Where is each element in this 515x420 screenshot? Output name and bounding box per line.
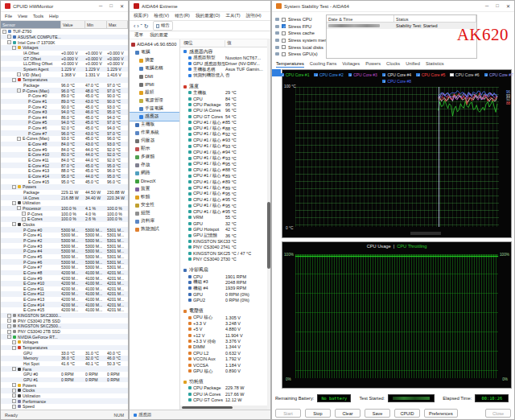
tree-expander-icon[interactable]: − [12,399,16,403]
sensor-row[interactable]: P-Core #394.0 °C46.0 °C95.0 °C [1,109,128,115]
sensor-row[interactable]: P-Core #75300 M...5300 M...5301 M... [1,265,128,270]
sensor-row[interactable]: CPU #1 / 核心 #288 °C [180,126,267,131]
sensor-row[interactable]: −Intel Core i7 13700K [1,39,128,45]
sidebar-item[interactable]: 存放 [130,161,179,169]
tree-expander-icon[interactable]: − [22,217,26,221]
sensor-row[interactable]: GPU 記憶體36 °C [180,233,267,238]
legend-checkbox-icon[interactable] [416,73,420,77]
tree-expander-icon[interactable]: − [12,222,16,226]
sensor-row[interactable]: 機箱 #32048 RPM [180,279,267,285]
sensor-row[interactable]: −Voltages [1,340,128,345]
sensor-row[interactable]: E-Core #1388.0 °C45.0 °C96.0 °C [1,168,128,174]
tree-expander-icon[interactable]: − [7,35,11,39]
sensor-row[interactable]: +3.3 V3.248 V [180,320,267,326]
tree-expander-icon[interactable]: − [17,206,21,210]
sidebar-item[interactable]: 組態 [130,209,179,217]
legend-checkbox-icon[interactable] [382,73,386,77]
sensor-row[interactable]: −Processor100.0 %4.1 %100.0 % [1,206,128,212]
menu-item-tools[interactable]: Tools [33,14,43,19]
sensor-row[interactable]: GPU20 RPM (0%) [180,297,267,303]
sensor-row[interactable]: E-Core #1184.0 °C44.0 °C92.0 °C [1,158,128,163]
sensor-row[interactable]: E-Core #1495.0 °C44.0 °C95.0 °C [1,174,128,179]
sensor-row[interactable]: CPU L20.632 V [180,350,267,356]
sensor-row[interactable]: CPU GT Cores54 °C [180,113,267,119]
tree-expander-icon[interactable]: − [12,393,16,397]
sensor-row[interactable]: E-Core #84200 M...4100 M...4201 M... [1,270,128,276]
sensor-row[interactable]: P-Core #796.0 °C43.0 °C97.0 °C [1,130,128,136]
clear-button[interactable]: Clear [335,409,360,418]
legend-item[interactable]: CPU Core #6 [450,72,479,77]
sensor-row[interactable]: P-Core #290.0 °C45.0 °C93.0 °C [1,104,128,109]
sensor-row[interactable]: IA Offset+0.000 V+0.000 V+0.000 V [1,51,128,56]
sensor-row[interactable]: −Temperatures [1,77,128,83]
sensor-row[interactable]: KINGSTON SKC2500M82000G33 °C [180,238,267,244]
sensor-row[interactable]: E-Core #144200 M...4100 M...4201 M... [1,302,128,307]
tree-expander-icon[interactable]: − [7,319,11,323]
sensor-row[interactable]: 機箱 #41939 RPM [180,286,267,291]
tree-expander-icon[interactable]: − [17,72,21,76]
menu-item-file[interactable]: File [5,14,12,19]
close-icon[interactable]: ✕ [506,3,510,9]
report-button[interactable]: 報告 [153,21,173,31]
sensor-row[interactable]: −VID (Max)1.368 V1.331 V1.416 V [1,72,128,77]
legend-item[interactable]: CPU Core #4 [382,72,411,77]
menu-item[interactable]: 說明(H) [246,13,262,19]
tree-expander-icon[interactable]: − [12,383,16,387]
legend-item[interactable]: CPU Core #8 [382,79,411,84]
tab-clocks[interactable]: Clocks [386,61,400,68]
legend-checkbox-icon[interactable] [450,73,454,77]
cpuid-button[interactable]: CPUID [394,409,420,418]
sensor-row[interactable]: 偵測到機殼侵入否 [180,72,267,78]
sensor-row[interactable]: CPU GT Cores12.12 W [180,397,267,403]
sensor-row[interactable]: E-Core #884.0 °C43.0 °C93.0 °C [1,142,128,147]
sensor-row[interactable]: −Powers [1,184,128,190]
sensor-row[interactable]: E-Core #1595.0 °C45.0 °C96.0 °C [1,179,128,184]
menu-item[interactable]: 檔案(F) [134,13,148,19]
aida64-column-header[interactable]: 欄位 值 [180,39,267,47]
sensor-row[interactable]: P-Core #089.0 °C45.0 °C90.0 °C [1,93,128,99]
sidebar-item[interactable]: 效能測試 [130,225,179,233]
sensor-row[interactable]: −Fans [1,366,128,372]
sensor-row[interactable]: 主機板29 °C [180,90,267,96]
menu-item-view[interactable]: View [18,14,27,19]
toolbar-icon[interactable]: ↻ [144,23,149,29]
log-row[interactable]: Stability Test: Started [327,23,476,29]
sensor-row[interactable]: P-Core #65300 M...5300 M...5301 M... [1,259,128,265]
sensor-row[interactable]: −NVIDIA GeForce RT... [1,334,128,340]
sensor-row[interactable]: CPU #1 / 核心 #1695 °C [180,208,267,214]
sensor-row[interactable]: −E-Cores100.0 %2.6 %100.0 % [1,216,128,222]
column-header-sensor[interactable]: Sensor [1,21,61,28]
menu-item-help[interactable]: Help [49,14,59,19]
sensor-row[interactable]: System Agent1.229 V1.229 V1.229 V [1,67,128,72]
sensor-row[interactable]: CPU Package95 °C [180,101,267,107]
sensor-group-header[interactable]: 冷卻風扇 [180,267,267,274]
sensor-row[interactable]: P-Core #35300 M...5300 M...5301 M... [1,243,128,249]
tab-temperatures[interactable]: Temperatures [276,61,304,68]
sidebar-item[interactable]: 網路 [130,169,179,177]
legend-checkbox-icon[interactable] [314,73,318,77]
sensor-row[interactable]: CPU #1 / 核心 #1189 °C [180,179,267,184]
sensor-row[interactable]: Package229.11 W44.50 W230.88 W [1,190,128,196]
sensor-row[interactable]: GPU Hotspot42 °C [180,227,267,233]
sidebar-item[interactable]: DirectX [130,177,179,185]
legend-checkbox-icon[interactable] [484,73,488,77]
sensor-group-header[interactable]: 電壓值 [180,308,267,315]
sensor-row[interactable]: CPU #1 / 核心 #392 °C [180,131,267,137]
sensor-row[interactable]: −Clocks [1,222,128,228]
sensor-row[interactable]: Hot Spot41.6 °C40.1 °C50.3 °C [1,361,128,367]
sensor-row[interactable]: CPU #1 / 核心 #185 °C [180,120,267,126]
sensor-row[interactable]: P-Core #15300 M...5300 M...5301 M... [1,233,128,238]
checkbox-icon[interactable] [282,39,286,43]
sensor-row[interactable]: IA Cores216.88 W34.40 W220.34 W [1,195,128,200]
sidebar-item[interactable]: 超頻 [130,89,179,97]
sensor-row[interactable]: DIMM1.344 V [180,344,267,350]
sensor-row[interactable]: VCCIN Aux1.792 V [180,356,267,362]
sensor-row[interactable]: P-Core #05300 M...5300 M...5301 M... [1,227,128,233]
tree-expander-icon[interactable]: − [12,340,16,344]
sensor-row[interactable]: P-Core #25300 M...5300 M...5301 M... [1,238,128,244]
sensor-row[interactable]: +3.3 V 待命3.376 V [180,338,267,344]
sensor-row[interactable]: −E-Cores (Max)93.0 °C45.0 °C96.0 °C [1,136,128,142]
sensor-row[interactable]: GPU #10 RPM0 RPM0 RPM [1,377,128,383]
menu-item[interactable]: 檢視(V) [154,13,169,19]
sensor-row[interactable]: GPU33.0 °C31.0 °C40.0 °C [1,350,128,356]
